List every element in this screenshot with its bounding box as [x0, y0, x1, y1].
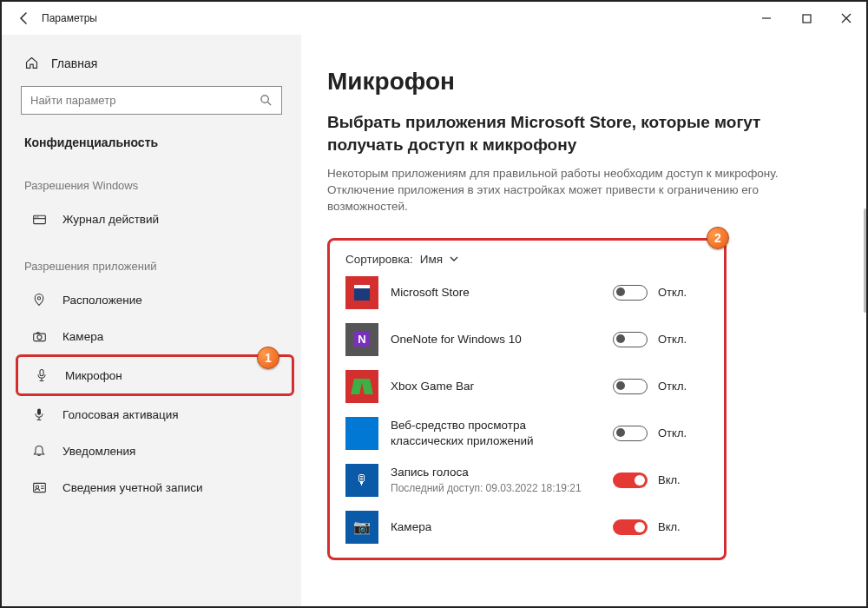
- home-label: Главная: [51, 56, 97, 70]
- app-row: Запись голоса Последний доступ: 09.03.20…: [345, 464, 708, 497]
- app-row: Камера Вкл.: [345, 511, 708, 544]
- app-icon-desktop-app-web-viewer: [345, 417, 378, 450]
- app-icon-xbox-game-bar: [345, 370, 378, 403]
- sidebar-item-label: Уведомления: [62, 445, 135, 458]
- app-name: Microsoft Store: [391, 285, 601, 301]
- sidebar-item-location[interactable]: Расположение: [2, 281, 301, 318]
- svg-rect-13: [37, 409, 41, 415]
- section-description: Некоторым приложениям для правильной раб…: [327, 166, 796, 215]
- toggle-status: Откл.: [658, 333, 687, 346]
- toggle-status: Вкл.: [658, 473, 681, 486]
- sidebar-item-label: Сведения учетной записи: [62, 481, 203, 494]
- toggle-status: Откл.: [658, 380, 687, 393]
- toggle-status: Вкл.: [658, 520, 681, 533]
- app-row: Веб-средство просмотра классических прил…: [345, 417, 708, 450]
- toggle-switch[interactable]: [613, 332, 648, 347]
- app-icon-onenote: [345, 323, 378, 356]
- voice-activation-icon: [31, 406, 47, 422]
- account-icon: [31, 479, 47, 495]
- app-name: Веб-средство просмотра классических прил…: [391, 418, 601, 448]
- svg-point-10: [36, 334, 41, 339]
- microphone-icon: [34, 367, 49, 383]
- svg-point-15: [36, 485, 38, 487]
- toggle-switch[interactable]: [613, 426, 648, 441]
- svg-rect-14: [33, 483, 45, 492]
- search-icon: [260, 94, 273, 107]
- sidebar-item-account-info[interactable]: Сведения учетной записи: [2, 469, 301, 506]
- scrollbar[interactable]: [864, 208, 866, 313]
- app-last-access: Последний доступ: 09.03.2022 18:19:21: [391, 482, 601, 496]
- sidebar-item-label: Расположение: [62, 294, 142, 307]
- section-heading: Выбрать приложения Microsoft Store, кото…: [327, 111, 779, 155]
- annotation-badge-2: 2: [707, 227, 729, 249]
- home-link[interactable]: Главная: [2, 47, 301, 79]
- sort-value: Имя: [420, 253, 443, 266]
- notifications-icon: [31, 443, 47, 459]
- app-row: OneNote for Windows 10 Откл.: [345, 323, 708, 356]
- svg-line-3: [267, 102, 271, 105]
- app-icon-microsoft-store: [345, 276, 378, 309]
- camera-icon: [31, 328, 47, 344]
- app-icon-voice-recorder: [345, 464, 378, 497]
- maximize-button[interactable]: [786, 2, 826, 35]
- app-row: Microsoft Store Откл.: [345, 276, 708, 309]
- main-content: Микрофон Выбрать приложения Microsoft St…: [301, 35, 866, 606]
- svg-point-6: [35, 216, 36, 217]
- sidebar-item-voice-activation[interactable]: Голосовая активация: [2, 396, 301, 433]
- settings-window: Параметры Главная Найти параметр: [0, 0, 868, 608]
- window-title: Параметры: [42, 12, 97, 24]
- svg-point-7: [37, 216, 38, 217]
- search-placeholder: Найти параметр: [30, 94, 115, 107]
- toggle-switch[interactable]: [613, 285, 648, 301]
- window-controls: [746, 2, 866, 35]
- sidebar-item-label: Журнал действий: [62, 213, 159, 226]
- titlebar: Параметры: [2, 2, 866, 35]
- app-name: Запись голоса: [391, 465, 601, 480]
- app-name: OneNote for Windows 10: [391, 332, 601, 347]
- page-title: Микрофон: [327, 68, 840, 96]
- sidebar-item-microphone[interactable]: Микрофон 1: [16, 354, 294, 396]
- minimize-button[interactable]: [746, 2, 786, 35]
- svg-rect-12: [40, 370, 43, 376]
- sidebar-item-notifications[interactable]: Уведомления: [2, 433, 301, 469]
- app-name: Камера: [391, 519, 601, 535]
- group-app-permissions: Разрешения приложений: [2, 249, 301, 281]
- sidebar-item-label: Камера: [62, 330, 103, 343]
- sidebar-item-camera[interactable]: Камера: [2, 318, 301, 354]
- app-icon-camera: [345, 511, 378, 544]
- toggle-switch[interactable]: [613, 519, 648, 535]
- svg-point-8: [37, 297, 40, 300]
- chevron-down-icon: [450, 255, 458, 262]
- activity-icon: [31, 211, 47, 227]
- svg-rect-11: [36, 332, 39, 334]
- app-name: Xbox Game Bar: [391, 379, 601, 394]
- close-button[interactable]: [826, 2, 866, 35]
- group-windows-permissions: Разрешения Windows: [2, 169, 301, 201]
- toggle-status: Откл.: [658, 286, 687, 299]
- sort-selector[interactable]: Сортировка: Имя: [345, 253, 708, 266]
- svg-rect-1: [803, 15, 811, 23]
- sidebar: Главная Найти параметр Конфиденциальност…: [2, 35, 301, 606]
- toggle-switch[interactable]: [613, 379, 648, 394]
- home-icon: [24, 56, 39, 70]
- sidebar-item-activity[interactable]: Журнал действий: [2, 201, 301, 237]
- app-row: Xbox Game Bar Откл.: [345, 370, 708, 403]
- sidebar-item-label: Голосовая активация: [62, 408, 179, 421]
- toggle-switch[interactable]: [613, 473, 648, 488]
- category-heading: Конфиденциальность: [2, 130, 301, 169]
- search-input[interactable]: Найти параметр: [21, 86, 282, 115]
- sidebar-item-label: Микрофон: [65, 369, 122, 382]
- svg-point-2: [261, 96, 268, 102]
- back-button[interactable]: [7, 2, 42, 35]
- toggle-status: Откл.: [658, 426, 687, 439]
- app-permissions-list: 2 Сортировка: Имя Microsoft Store Откл.: [327, 238, 727, 560]
- location-icon: [31, 292, 47, 307]
- annotation-badge-1: 1: [257, 347, 279, 369]
- sort-label: Сортировка:: [345, 253, 413, 266]
